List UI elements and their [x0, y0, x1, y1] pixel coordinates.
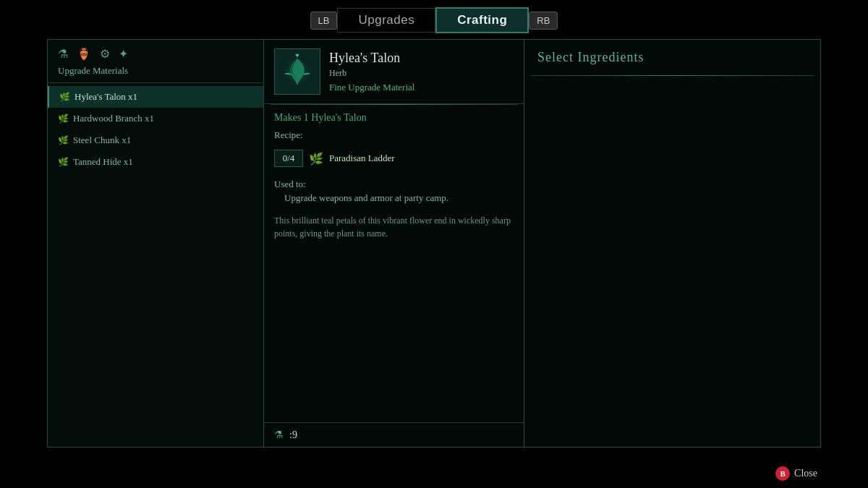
used-to-title: Used to:: [274, 179, 514, 190]
item-quality: Fine Upgrade Material: [329, 82, 414, 93]
recipe-label: Recipe:: [264, 128, 524, 147]
lb-button[interactable]: LB: [310, 12, 338, 30]
quantity-box: 0/4: [274, 150, 303, 167]
ingredient-icon: 🌿: [309, 152, 323, 166]
main-layout: ⚗ 🏺 ⚙ ✦ Upgrade Materials 🌿 Hylea's Talo…: [0, 39, 868, 448]
close-label[interactable]: Close: [794, 468, 817, 479]
filter-icon-1[interactable]: ⚗: [58, 47, 68, 61]
used-to-section: Used to: Upgrade weapons and armor at pa…: [264, 173, 524, 207]
tab-crafting[interactable]: Crafting: [435, 7, 529, 33]
right-divider: [530, 75, 814, 76]
item-label-2: Hardwood Branch x1: [73, 113, 154, 124]
top-nav: LB Upgrades Crafting RB: [0, 0, 868, 39]
item-icon-1: 🌿: [59, 92, 70, 103]
bottom-bar: ⚗ :9: [264, 422, 524, 447]
right-panel: Select Ingredients: [524, 39, 821, 448]
item-header: Hylea's Talon Herb Fine Upgrade Material: [264, 40, 524, 104]
filter-icon-3[interactable]: ⚙: [100, 47, 110, 61]
filter-icon-4[interactable]: ✦: [119, 47, 128, 61]
item-label-4: Tanned Hide x1: [73, 156, 133, 168]
list-item-hardwood-branch[interactable]: 🌿 Hardwood Branch x1: [48, 108, 263, 129]
tab-upgrades[interactable]: Upgrades: [337, 8, 435, 33]
used-to-text: Upgrade weapons and armor at party camp.: [274, 192, 514, 204]
item-type: Herb: [329, 68, 414, 79]
section-title: Upgrade Materials: [48, 64, 263, 83]
list-item-tanned-hide[interactable]: 🌿 Tanned Hide x1: [48, 151, 263, 173]
item-label-1: Hylea's Talon x1: [75, 91, 137, 103]
materials-list: 🌿 Hylea's Talon x1 🌿 Hardwood Branch x1 …: [48, 83, 263, 447]
list-item-hyleas-talon[interactable]: 🌿 Hylea's Talon x1: [48, 86, 263, 108]
recipe-item: 0/4 🌿 Paradisan Ladder: [264, 147, 524, 173]
rb-button[interactable]: RB: [529, 12, 558, 30]
item-info: Hylea's Talon Herb Fine Upgrade Material: [329, 48, 414, 95]
ingredient-name: Paradisan Ladder: [329, 153, 395, 164]
close-b-icon: B: [775, 466, 790, 481]
currency-amount: :9: [289, 429, 297, 441]
item-icon-2: 🌿: [58, 114, 69, 124]
right-panel-title: Select Ingredients: [524, 40, 820, 75]
left-panel-icons: ⚗ 🏺 ⚙ ✦: [48, 40, 263, 64]
left-panel: ⚗ 🏺 ⚙ ✦ Upgrade Materials 🌿 Hylea's Talo…: [47, 39, 264, 448]
description-text: This brilliant teal petals of this vibra…: [264, 207, 524, 247]
close-bar: B Close: [775, 466, 817, 481]
currency-icon: ⚗: [274, 429, 284, 441]
filter-icon-2[interactable]: 🏺: [77, 47, 91, 61]
item-image: [274, 48, 320, 95]
middle-panel: Hylea's Talon Herb Fine Upgrade Material…: [264, 39, 524, 448]
item-icon-4: 🌿: [58, 157, 69, 168]
item-label-3: Steel Chunk x1: [73, 134, 131, 146]
item-icon-3: 🌿: [58, 135, 69, 146]
item-makes: Makes 1 Hylea's Talon: [264, 105, 524, 128]
list-item-steel-chunk[interactable]: 🌿 Steel Chunk x1: [48, 129, 263, 151]
item-name: Hylea's Talon: [329, 51, 414, 66]
